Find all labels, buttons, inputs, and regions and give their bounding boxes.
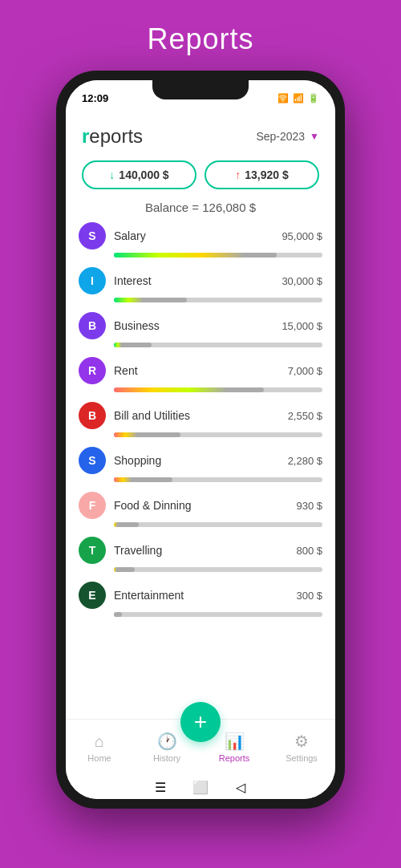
amount-food: 930 $ (296, 500, 322, 512)
income-arrow-icon: ↓ (109, 168, 115, 181)
app-content: reports Sep-2023 ▼ ↓ 140,000 $ ↑ 13,920 … (66, 116, 335, 775)
amount-salary: 95,000 $ (282, 230, 322, 242)
back-btn[interactable]: ◁ (233, 779, 249, 795)
progress-bar-shopping (114, 477, 172, 482)
progress-bar-bill (114, 432, 180, 437)
progress-container-food (114, 522, 322, 527)
name-food: Food & Dinning (114, 499, 288, 512)
amount-shopping: 2,280 $ (288, 455, 322, 467)
amount-rent: 7,000 $ (288, 365, 322, 377)
list-item[interactable]: SSalary95,000 $ (79, 222, 322, 258)
name-travel: Travelling (114, 544, 288, 557)
nav-history-label: History (153, 753, 180, 763)
list-item[interactable]: IInterest30,000 $ (79, 267, 322, 302)
list-item[interactable]: SShopping2,280 $ (79, 447, 322, 482)
progress-bar-rent (114, 387, 264, 392)
list-item[interactable]: TTravelling800 $ (79, 537, 322, 572)
reports-icon: 📊 (225, 732, 245, 751)
nav-reports-label: Reports (219, 753, 250, 763)
expense-amount: 13,920 $ (245, 168, 289, 181)
list-item[interactable]: FFood & Dinning930 $ (79, 492, 322, 527)
progress-bar-business (114, 343, 152, 347)
summary-row: ↓ 140,000 $ ↑ 13,920 $ (66, 154, 335, 196)
income-amount: 140,000 $ (119, 168, 168, 181)
icon-entertainment: E (79, 582, 106, 609)
nav-settings-label: Settings (286, 753, 318, 763)
amount-business: 15,000 $ (282, 320, 322, 332)
progress-container-interest (114, 298, 322, 302)
wifi-icon: 🛜 (277, 93, 289, 103)
expense-button[interactable]: ↑ 13,920 $ (205, 160, 319, 189)
settings-icon: ⚙ (294, 732, 309, 751)
progress-container-rent (114, 387, 322, 392)
icon-travel: T (79, 537, 106, 564)
list-item[interactable]: BBill and Utilities2,550 $ (79, 402, 322, 437)
nav-settings[interactable]: ⚙ Settings (268, 732, 335, 763)
icon-shopping: S (79, 447, 106, 474)
name-interest: Interest (114, 274, 273, 287)
name-business: Business (114, 319, 273, 332)
icon-business: B (79, 312, 106, 339)
name-entertainment: Entertainment (114, 589, 288, 602)
progress-container-shopping (114, 477, 322, 482)
name-shopping: Shopping (114, 454, 280, 467)
fab-button[interactable]: + (180, 702, 221, 742)
icon-interest: I (79, 267, 106, 294)
bottom-nav: ⌂ Home 🕐 History + 📊 Reports ⚙ Settings (66, 719, 335, 775)
icon-food: F (79, 492, 106, 519)
phone-screen: 12:09 🛜 📶 🔋 reports Sep-2023 ▼ (66, 80, 335, 799)
balance-row: Balance = 126,080 $ (66, 196, 335, 222)
balance-label: Balance = 126,080 $ (145, 201, 256, 214)
amount-travel: 800 $ (296, 545, 322, 557)
home-btn[interactable]: ⬜ (192, 779, 209, 795)
list-item[interactable]: EEntertainment300 $ (79, 582, 322, 617)
progress-bar-food (114, 522, 139, 527)
amount-interest: 30,000 $ (282, 275, 322, 287)
progress-container-salary (114, 253, 322, 258)
progress-bar-interest (114, 298, 187, 302)
page-title: Reports (147, 22, 253, 56)
home-icon: ⌂ (95, 732, 104, 751)
progress-bar-entertainment (114, 612, 122, 617)
amount-bill: 2,550 $ (288, 410, 322, 422)
progress-container-entertainment (114, 612, 322, 617)
progress-bar-travel (114, 567, 135, 572)
signal-icon: 📶 (293, 93, 304, 103)
items-list: SSalary95,000 $IInterest30,000 $BBusines… (66, 222, 335, 719)
phone-notch (152, 80, 249, 99)
progress-container-bill (114, 432, 322, 437)
history-icon: 🕐 (157, 732, 177, 751)
status-icons: 🛜 📶 🔋 (277, 93, 319, 103)
progress-container-travel (114, 567, 322, 572)
expense-arrow-icon: ↑ (235, 168, 241, 181)
app-title: reports (82, 125, 143, 148)
progress-bar-salary (114, 253, 277, 258)
icon-rent: R (79, 357, 106, 384)
battery-icon: 🔋 (308, 93, 319, 103)
app-header: reports Sep-2023 ▼ (66, 116, 335, 154)
nav-home-label: Home (87, 753, 111, 763)
amount-entertainment: 300 $ (296, 590, 322, 602)
progress-container-business (114, 343, 322, 347)
status-time: 12:09 (82, 92, 108, 104)
icon-bill: B (79, 402, 106, 429)
title-r: r (82, 125, 89, 147)
income-button[interactable]: ↓ 140,000 $ (82, 160, 196, 189)
phone-shell: 12:09 🛜 📶 🔋 reports Sep-2023 ▼ (56, 71, 345, 809)
name-salary: Salary (114, 229, 273, 242)
month-label: Sep-2023 (256, 130, 305, 143)
fab-plus-icon: + (194, 709, 207, 735)
name-rent: Rent (114, 364, 280, 377)
dropdown-arrow-icon: ▼ (310, 131, 319, 142)
icon-salary: S (79, 222, 106, 249)
menu-btn[interactable]: ☰ (152, 779, 168, 795)
system-bar: ☰ ⬜ ◁ (66, 775, 335, 799)
name-bill: Bill and Utilities (114, 409, 280, 422)
title-rest: eports (89, 125, 143, 147)
nav-home[interactable]: ⌂ Home (66, 732, 133, 763)
list-item[interactable]: BBusiness15,000 $ (79, 312, 322, 347)
month-selector[interactable]: Sep-2023 ▼ (256, 130, 319, 143)
list-item[interactable]: RRent7,000 $ (79, 357, 322, 392)
